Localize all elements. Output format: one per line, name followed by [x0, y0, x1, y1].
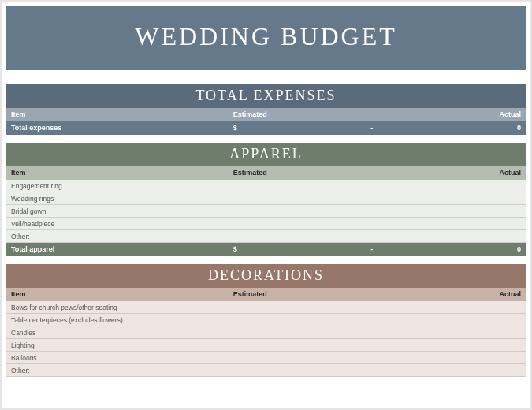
deco-item-2: Candles	[11, 329, 225, 337]
cell	[373, 329, 521, 337]
section-header-decorations: DECORATIONS	[6, 264, 526, 288]
cell	[373, 220, 521, 228]
cell	[225, 367, 374, 375]
deco-item-3: Lighting	[11, 341, 225, 349]
cell	[225, 341, 374, 349]
cell	[373, 367, 521, 375]
table-row: Candles	[6, 326, 526, 339]
total-expenses-estimated: -	[261, 124, 373, 132]
col-header-actual: Actual	[373, 290, 521, 298]
cell	[225, 354, 374, 362]
table-row: Balloons	[6, 352, 526, 364]
table-row: Other:	[6, 230, 526, 243]
cell	[373, 195, 521, 203]
cell	[225, 182, 374, 190]
cell	[373, 182, 521, 190]
total-apparel-estimated: -	[261, 245, 373, 253]
total-expenses-row: Total expenses $ - 0	[6, 121, 526, 135]
apparel-item-0: Engagement ring	[11, 182, 225, 190]
cell	[225, 220, 374, 228]
col-header-actual: Actual	[373, 110, 521, 118]
apparel-item-1: Wedding rings	[11, 195, 225, 203]
spacer	[6, 135, 526, 143]
total-apparel-currency: $	[225, 245, 261, 253]
table-row: Veil/headpiece	[6, 218, 526, 230]
cell	[373, 341, 521, 349]
page-title: WEDDING BUDGET	[6, 6, 526, 70]
col-header-estimated: Estimated	[225, 169, 374, 177]
deco-item-4: Balloons	[11, 354, 225, 362]
total-apparel-actual: 0	[373, 245, 521, 253]
col-header-item: Item	[11, 290, 225, 298]
table-row: Other:	[6, 364, 526, 377]
total-apparel-label: Total apparel	[11, 245, 225, 253]
cell	[373, 233, 521, 240]
apparel-item-4: Other:	[11, 233, 225, 240]
section-decorations: DECORATIONS Item Estimated Actual Bows f…	[6, 264, 526, 377]
spacer	[6, 256, 526, 264]
section-header-apparel: APPAREL	[6, 143, 526, 166]
table-row: Bows for church pews/other seating	[6, 301, 526, 314]
table-row: Table centerpieces (excludes flowers)	[6, 314, 526, 326]
section-apparel: APPAREL Item Estimated Actual Engagement…	[6, 143, 526, 256]
cell	[373, 207, 521, 215]
cell	[373, 304, 521, 311]
cell	[373, 316, 521, 324]
table-row: Lighting	[6, 339, 526, 352]
column-header-row: Item Estimated Actual	[6, 108, 526, 121]
page: WEDDING BUDGET TOTAL EXPENSES Item Estim…	[0, 0, 532, 410]
deco-item-0: Bows for church pews/other seating	[11, 304, 225, 311]
total-expenses-actual: 0	[373, 124, 521, 132]
table-row: Bridal gown	[6, 205, 526, 218]
col-header-estimated: Estimated	[225, 290, 374, 298]
spacer	[6, 70, 526, 84]
deco-item-5: Other:	[11, 367, 225, 375]
total-expenses-currency: $	[225, 124, 261, 132]
col-header-estimated: Estimated	[225, 110, 374, 118]
deco-item-1: Table centerpieces (excludes flowers)	[11, 316, 225, 324]
cell	[225, 233, 374, 240]
cell	[225, 304, 374, 311]
col-header-item: Item	[11, 110, 225, 118]
cell	[225, 316, 374, 324]
cell	[225, 329, 374, 337]
cell	[373, 354, 521, 362]
column-header-row: Item Estimated Actual	[6, 166, 526, 180]
col-header-item: Item	[11, 169, 225, 177]
column-header-row: Item Estimated Actual	[6, 288, 526, 301]
section-header-total-expenses: TOTAL EXPENSES	[6, 84, 526, 108]
total-apparel-row: Total apparel $ - 0	[6, 243, 526, 256]
cell	[225, 195, 374, 203]
apparel-item-3: Veil/headpiece	[11, 220, 225, 228]
table-row: Wedding rings	[6, 192, 526, 205]
cell	[225, 207, 374, 215]
total-expenses-label: Total expenses	[11, 124, 225, 132]
apparel-item-2: Bridal gown	[11, 207, 225, 215]
table-row: Engagement ring	[6, 180, 526, 192]
section-total-expenses: TOTAL EXPENSES Item Estimated Actual Tot…	[6, 84, 526, 135]
col-header-actual: Actual	[373, 169, 521, 177]
